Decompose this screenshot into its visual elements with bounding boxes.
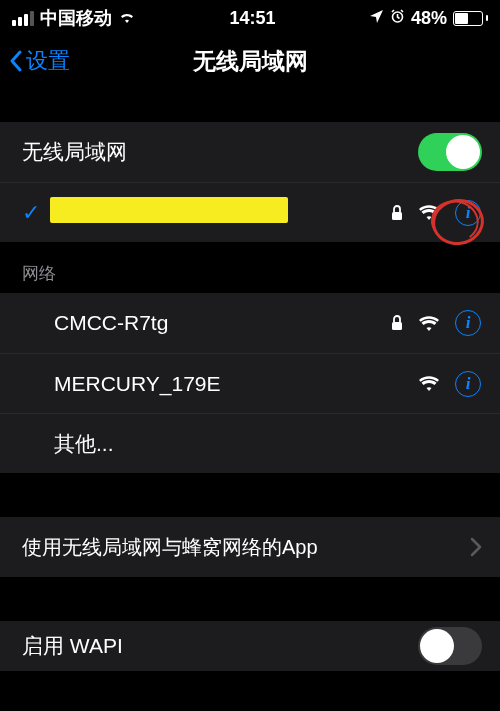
network-row[interactable]: CMCC-R7tg i xyxy=(0,293,500,353)
wifi-icon xyxy=(418,315,440,332)
other-network-row[interactable]: 其他... xyxy=(0,413,500,473)
alarm-icon xyxy=(390,8,405,29)
wifi-toggle-row: 无线局域网 xyxy=(0,122,500,182)
status-bar: 中国移动 14:51 48% xyxy=(0,0,500,34)
battery-pct: 48% xyxy=(411,8,447,29)
info-button[interactable]: i xyxy=(454,309,482,337)
nav-bar: 设置 无线局域网 xyxy=(0,34,500,88)
apps-using-wifi-row[interactable]: 使用无线局域网与蜂窝网络的App xyxy=(0,517,500,577)
wifi-main-group: 无线局域网 ✓ i xyxy=(0,122,500,242)
signal-icon xyxy=(12,11,34,26)
wapi-group: 启用 WAPI xyxy=(0,621,500,671)
back-button[interactable]: 设置 xyxy=(8,46,70,76)
chevron-left-icon xyxy=(8,49,24,73)
network-row[interactable]: MERCURY_179E i xyxy=(0,353,500,413)
wifi-toggle[interactable] xyxy=(418,133,482,171)
status-left: 中国移动 xyxy=(12,6,136,30)
info-button[interactable]: i xyxy=(454,199,482,227)
apps-group: 使用无线局域网与蜂窝网络的App xyxy=(0,517,500,577)
carrier-label: 中国移动 xyxy=(40,6,112,30)
other-label: 其他... xyxy=(54,430,482,458)
network-name: MERCURY_179E xyxy=(54,372,418,396)
wapi-row: 启用 WAPI xyxy=(0,621,500,671)
wifi-status-icon xyxy=(118,8,136,29)
wifi-toggle-label: 无线局域网 xyxy=(22,138,418,166)
wapi-toggle[interactable] xyxy=(418,627,482,665)
connected-network-name xyxy=(54,197,390,228)
status-right: 48% xyxy=(369,8,488,29)
lock-icon xyxy=(390,314,404,332)
battery-icon xyxy=(453,11,488,26)
networks-group: CMCC-R7tg i MERCURY_179E i 其他... xyxy=(0,293,500,473)
connected-network-row[interactable]: ✓ i xyxy=(0,182,500,242)
location-icon xyxy=(369,8,384,29)
clock: 14:51 xyxy=(229,8,275,29)
apps-label: 使用无线局域网与蜂窝网络的App xyxy=(22,534,470,561)
page-title: 无线局域网 xyxy=(193,46,308,77)
lock-icon xyxy=(390,204,404,222)
checkmark-icon: ✓ xyxy=(22,200,40,226)
info-button[interactable]: i xyxy=(454,370,482,398)
back-label: 设置 xyxy=(26,46,70,76)
svg-rect-2 xyxy=(392,322,402,330)
wifi-icon xyxy=(418,204,440,221)
svg-rect-1 xyxy=(392,212,402,220)
redacted-name xyxy=(54,197,284,223)
chevron-right-icon xyxy=(470,537,482,557)
network-name: CMCC-R7tg xyxy=(54,311,390,335)
wifi-icon xyxy=(418,375,440,392)
networks-header: 网络 xyxy=(0,242,500,293)
wapi-label: 启用 WAPI xyxy=(22,632,418,660)
